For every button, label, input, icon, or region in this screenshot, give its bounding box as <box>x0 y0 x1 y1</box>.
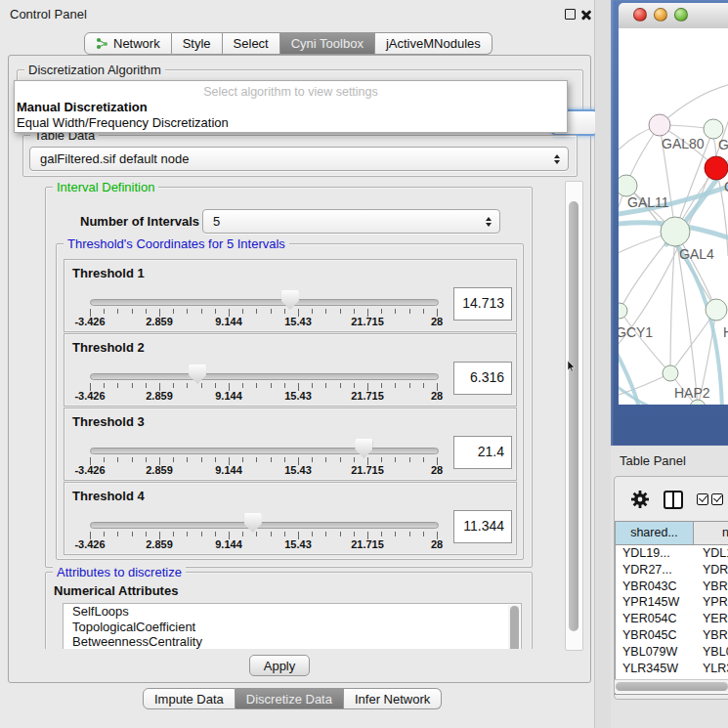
tab-label: jActiveMNodules <box>386 36 481 51</box>
minor-tick <box>340 383 341 388</box>
column-header-shared-name[interactable]: shared... <box>616 522 694 544</box>
tab-label: Infer Network <box>355 692 430 707</box>
threshold-label: Threshold 1 <box>72 266 145 280</box>
intervals-combobox[interactable]: 5 <box>202 209 500 234</box>
slider-track[interactable] <box>90 522 439 529</box>
network-canvas[interactable]: GAL80GACGAL11GAL4GCY1HHAP2 <box>619 28 728 405</box>
minor-tick <box>215 532 216 536</box>
tab-network[interactable]: Network <box>84 32 172 55</box>
tick-label: 28 <box>431 316 443 327</box>
minor-tick <box>242 457 243 462</box>
numerical-attributes-label: Numerical Attributes <box>54 583 178 598</box>
table-row-ylr345w[interactable]: YLR345WYLR3 <box>616 661 728 677</box>
minor-tick <box>395 309 396 314</box>
minor-tick <box>242 383 243 388</box>
table-cell: YBR0 <box>694 578 728 595</box>
zoom-traffic-light-icon[interactable] <box>674 8 688 21</box>
tick-label: 28 <box>431 538 443 550</box>
network-node[interactable] <box>663 365 678 381</box>
scrollbar-thumb[interactable] <box>616 682 728 691</box>
table-cell: YPR145W <box>616 594 694 611</box>
threshold-value-field[interactable]: 21.4 <box>453 436 512 469</box>
table-row-ydl19[interactable]: YDL19...YDL1 <box>616 545 728 562</box>
threshold-value-field[interactable]: 11.344 <box>453 510 512 543</box>
tab-discretize-data[interactable]: Discretize Data <box>236 688 344 709</box>
network-node[interactable] <box>649 114 670 136</box>
list-item-betweennesscentrality[interactable]: BetweennessCentrality <box>64 634 521 649</box>
split-table-icon[interactable] <box>664 491 683 509</box>
tab-cyni-toolbox[interactable]: Cyni Toolbox <box>280 32 375 55</box>
column-header-name[interactable]: na <box>694 522 728 544</box>
list-scrollbar[interactable] <box>508 605 520 649</box>
settings-gear-icon[interactable] <box>630 490 650 509</box>
table-row-ybr043c[interactable]: YBR043CYBR0 <box>616 578 728 595</box>
network-node-label: GCY1 <box>619 324 653 340</box>
network-node[interactable] <box>706 299 727 321</box>
minor-tick <box>187 457 188 462</box>
tick-label: 9.144 <box>215 538 242 550</box>
network-graph: GAL80GACGAL11GAL4GCY1HHAP2 <box>619 28 728 405</box>
tick-label: 2.859 <box>146 538 173 550</box>
table-row-yer054c[interactable]: YER054CYER0 <box>616 611 728 627</box>
dropdown-option-manual-discretization[interactable]: Manual Discretization <box>17 100 148 114</box>
numerical-attributes-list[interactable]: SelfLoopsTopologicalCoefficientBetweenne… <box>63 603 522 649</box>
tick-label: 21.715 <box>351 316 384 327</box>
checkbox-icon <box>697 493 708 505</box>
table-data-combobox[interactable]: galFiltered.sif default node <box>29 147 569 171</box>
list-item-topologicalcoefficient[interactable]: TopologicalCoefficient <box>64 620 521 635</box>
apply-button[interactable]: Apply <box>249 655 310 676</box>
slider-thumb[interactable] <box>189 364 206 384</box>
tab-select[interactable]: Select <box>223 32 280 55</box>
tick-label: 9.144 <box>215 316 242 327</box>
table-rows: YDL19...YDL1YDR27...YDR2YBR043CYBR0YPR14… <box>616 545 728 693</box>
table-data-group: Table Data galFiltered.sif default node <box>22 135 578 177</box>
threshold-value-field[interactable]: 14.713 <box>453 287 512 321</box>
scrollbar-thumb[interactable] <box>510 606 519 649</box>
tab-style[interactable]: Style <box>172 32 223 55</box>
slider-track[interactable] <box>90 299 439 306</box>
checkbox-pair-icon[interactable] <box>697 493 723 505</box>
dropdown-option-equal-width-frequency[interactable]: Equal Width/Frequency Discretization <box>17 115 229 130</box>
minor-tick <box>325 383 326 388</box>
network-node[interactable] <box>704 119 723 139</box>
minimize-traffic-light-icon[interactable] <box>654 8 667 21</box>
network-node[interactable] <box>619 303 627 319</box>
spinner-arrows-icon <box>486 217 492 227</box>
table-row-ybl079w[interactable]: YBL079WYBL0 <box>616 644 728 661</box>
tick-label: -3.426 <box>74 538 105 550</box>
threshold-panel-3: Threshold 3-3.4262.8599.14415.4321.71528… <box>64 407 517 481</box>
table-row-ydr27[interactable]: YDR27...YDR2 <box>616 562 728 578</box>
list-item-selfloops[interactable]: SelfLoops <box>64 604 521 620</box>
tab-infer-network[interactable]: Infer Network <box>344 688 442 709</box>
table-cell: YDL1 <box>694 545 728 562</box>
table-row-ybr045c[interactable]: YBR045CYBR0 <box>616 627 728 644</box>
tab-impute-data[interactable]: Impute Data <box>143 688 236 709</box>
tab-label: Style <box>183 36 211 51</box>
scrollbar-thumb[interactable] <box>569 201 578 631</box>
network-window-titlebar[interactable] <box>619 3 728 29</box>
slider-thumb[interactable] <box>355 439 372 458</box>
network-node[interactable] <box>661 217 690 246</box>
slider-track[interactable] <box>90 448 439 454</box>
threshold-label: Threshold 2 <box>72 340 145 355</box>
close-icon[interactable] <box>580 9 592 20</box>
slider-thumb[interactable] <box>281 290 299 310</box>
tab-jactivemnodules[interactable]: jActiveMNodules <box>375 32 492 55</box>
attributes-group: Attributes to discretize Numerical Attri… <box>45 572 533 649</box>
float-window-icon[interactable] <box>565 9 576 20</box>
minor-tick <box>271 309 272 314</box>
network-window: GAL80GACGAL11GAL4GCY1HHAP2 <box>611 0 728 446</box>
tick-label: 2.859 <box>146 316 173 327</box>
minor-tick <box>187 383 188 388</box>
close-traffic-light-icon[interactable] <box>633 8 647 21</box>
table-row-ypr145w[interactable]: YPR145WYPR1 <box>616 594 728 611</box>
horizontal-scrollbar[interactable] <box>615 679 728 693</box>
network-node[interactable] <box>705 156 728 180</box>
vertical-scrollbar[interactable] <box>565 181 583 651</box>
control-panel: Control Panel NetworkStyleSelectCyni Too… <box>0 0 595 728</box>
minor-tick <box>381 532 382 536</box>
slider-thumb[interactable] <box>244 513 262 533</box>
network-node[interactable] <box>619 175 637 196</box>
slider-track[interactable] <box>90 373 439 380</box>
threshold-value-field[interactable]: 6.316 <box>453 362 512 395</box>
